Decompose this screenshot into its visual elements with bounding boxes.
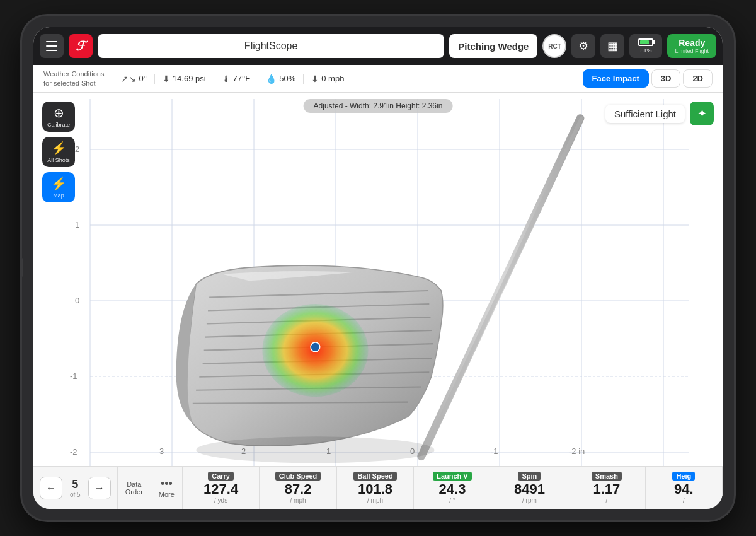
smash-stat: Smash 1.17 /: [568, 467, 645, 509]
humidity-icon: 💧: [266, 74, 277, 84]
launch-v-value: 24.3: [439, 482, 466, 497]
light-toggle-button[interactable]: ✦: [690, 102, 714, 125]
app-name: FlightScope: [98, 34, 444, 58]
bottom-bar: ← 5 of 5 → Data Order ••• More: [33, 466, 723, 509]
data-order-label: Data Order: [125, 481, 143, 496]
left-hardware-button: [20, 258, 23, 277]
temperature-item: 🌡 77°F: [214, 74, 258, 84]
y-label-0: 0: [75, 296, 79, 305]
shot-counter: 5 of 5: [65, 478, 86, 498]
svg-line-15: [423, 119, 581, 457]
altitude-item: ↗↘ 0°: [113, 74, 154, 84]
altitude-icon: ↗↘: [121, 74, 136, 84]
top-bar: ℱ FlightScope Pitching Wedge RCT ⚙ ▦ 81%: [33, 27, 723, 65]
height-value: 94.: [674, 482, 694, 497]
spin-label: Spin: [518, 472, 541, 481]
height-unit: /: [683, 497, 685, 504]
weather-conditions-label: Weather Conditionsfor selected Shot: [43, 69, 104, 88]
wind-icon: ⬇: [311, 74, 319, 84]
map-button[interactable]: ⚡ Map: [42, 172, 75, 202]
y-label-1: 1: [75, 220, 79, 230]
spin-unit: / rpm: [522, 497, 537, 504]
svg-point-25: [196, 436, 435, 463]
stats-section: Carry 127.4 / yds Club Speed 87.2 / mph …: [183, 467, 723, 509]
wind-item: ⬇ 0 mph: [303, 74, 352, 84]
carry-unit: / yds: [214, 497, 227, 504]
grid-icon: ▦: [607, 39, 618, 53]
thermometer-icon: 🌡: [222, 74, 231, 84]
club-speed-unit: / mph: [290, 497, 306, 504]
side-buttons: ⊕ Calibrate ⚡ All Shots ⚡ Map: [42, 102, 75, 202]
height-stat: Heig 94. /: [646, 467, 723, 509]
launch-v-unit: / °: [449, 497, 455, 504]
chart-area: 2 1 0 -1 -2 3 2 1 0 -1 -2 in Adjusted - …: [33, 93, 723, 466]
ball-speed-label: Ball Speed: [353, 472, 396, 481]
launch-v-label: Launch V: [433, 472, 472, 481]
pressure-item: ⬇ 14.69 psi: [154, 74, 214, 84]
y-label-2: 2: [75, 144, 79, 154]
weather-bar: Weather Conditionsfor selected Shot ↗↘ 0…: [33, 65, 723, 93]
all-shots-button[interactable]: ⚡ All Shots: [42, 137, 75, 167]
club-selector[interactable]: Pitching Wedge: [449, 34, 537, 58]
ball-speed-value: 101.8: [358, 482, 392, 497]
sun-icon: ✦: [697, 107, 707, 120]
main-area: 2 1 0 -1 -2 3 2 1 0 -1 -2 in Adjusted - …: [33, 93, 723, 466]
calibrate-button[interactable]: ⊕ Calibrate: [42, 102, 75, 132]
club-speed-stat: Club Speed 87.2 / mph: [260, 467, 336, 509]
spin-stat: Spin 8491 / rpm: [491, 467, 568, 509]
y-label-neg2: -2: [70, 447, 77, 457]
screen: ℱ FlightScope Pitching Wedge RCT ⚙ ▦ 81%: [33, 27, 723, 509]
calibrate-icon: ⊕: [54, 105, 64, 120]
rct-button[interactable]: RCT: [542, 34, 566, 58]
device: ℱ FlightScope Pitching Wedge RCT ⚙ ▦ 81%: [22, 16, 734, 520]
prev-shot-button[interactable]: ←: [40, 477, 62, 499]
adjusted-label: Adjusted - Width: 2.91in Height: 2.36in: [304, 99, 453, 113]
ready-status: Ready Limited Flight: [667, 34, 716, 58]
flightscope-logo[interactable]: ℱ: [69, 34, 93, 58]
golf-club-image: [90, 112, 607, 466]
humidity-item: 💧 50%: [258, 74, 303, 84]
sufficient-light-text: Sufficient Light: [605, 105, 685, 123]
map-icon: ⚡: [51, 176, 67, 191]
view-buttons: Face Impact 3D 2D: [583, 69, 713, 88]
carry-label: Carry: [208, 472, 234, 481]
grid-button[interactable]: ▦: [600, 34, 624, 58]
battery-indicator: 81%: [629, 34, 662, 58]
all-shots-icon: ⚡: [51, 141, 67, 156]
smash-unit: /: [605, 497, 607, 504]
launch-v-stat: Launch V 24.3 / °: [414, 467, 491, 509]
ball-speed-stat: Ball Speed 101.8 / mph: [337, 467, 414, 509]
gear-icon: ⚙: [578, 39, 588, 53]
pressure-icon: ⬇: [163, 74, 170, 84]
next-shot-button[interactable]: →: [88, 477, 111, 499]
settings-button[interactable]: ⚙: [571, 34, 595, 58]
face-impact-btn[interactable]: Face Impact: [583, 69, 649, 88]
sufficient-light-badge: Sufficient Light ✦: [605, 102, 714, 125]
club-speed-label: Club Speed: [275, 472, 321, 481]
carry-stat: Carry 127.4 / yds: [183, 467, 260, 509]
spin-value: 8491: [514, 482, 545, 497]
carry-value: 127.4: [203, 482, 238, 497]
data-order-button[interactable]: Data Order: [118, 467, 151, 509]
menu-button[interactable]: [40, 34, 64, 58]
smash-value: 1.17: [593, 482, 620, 497]
y-label-neg1: -1: [70, 371, 77, 381]
2d-btn[interactable]: 2D: [683, 69, 713, 88]
club-speed-value: 87.2: [285, 482, 312, 497]
right-arrow-icon: →: [94, 482, 105, 494]
more-icon: •••: [161, 477, 173, 491]
3d-btn[interactable]: 3D: [651, 69, 681, 88]
left-arrow-icon: ←: [46, 482, 56, 494]
navigation-section: ← 5 of 5 →: [33, 467, 118, 509]
smash-label: Smash: [592, 472, 622, 481]
ball-speed-unit: / mph: [367, 497, 383, 504]
more-button[interactable]: ••• More: [151, 467, 183, 509]
height-label: Heig: [672, 472, 695, 481]
svg-point-27: [311, 342, 320, 352]
